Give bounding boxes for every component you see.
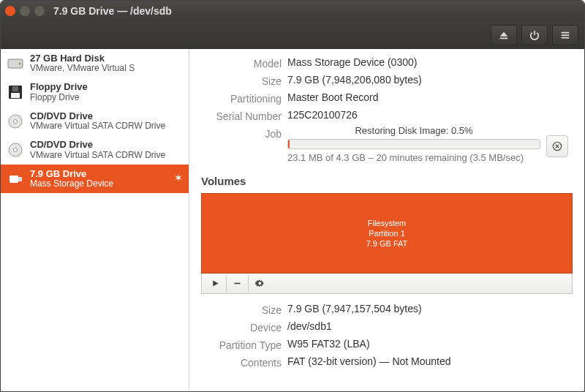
eject-icon: [499, 30, 509, 40]
svg-rect-12: [234, 283, 240, 284]
optical-icon: [7, 141, 24, 159]
drive-title: 7.9 GB Drive: [30, 169, 113, 179]
job-status: 23.1 MB of 4.3 GB – 20 minutes remaining…: [287, 152, 540, 163]
power-icon: [529, 30, 540, 40]
usb-icon: [7, 170, 24, 188]
volume-fs-label: Filesystem: [368, 218, 407, 228]
cancel-job-button[interactable]: [546, 135, 568, 157]
drive-title: 27 GB Hard Disk: [30, 53, 135, 64]
value-serial: 125C20100726: [287, 109, 573, 121]
volume-toolbar: [201, 274, 573, 294]
drive-title: Floppy Drive: [30, 82, 88, 92]
value-size: 7.9 GB (7,948,206,080 bytes): [287, 74, 573, 86]
cancel-icon: [552, 141, 562, 151]
svg-point-1: [19, 62, 21, 64]
value-ptype: W95 FAT32 (LBA): [287, 338, 573, 351]
window-title: 7.9 GB Drive — /dev/sdb: [53, 5, 172, 17]
mount-button[interactable]: [205, 275, 227, 293]
window-minimize-button[interactable]: [20, 6, 30, 16]
titlebar: 7.9 GB Drive — /dev/sdb: [1, 1, 584, 21]
drive-list-item-optical-1[interactable]: CD/DVD Drive VMware Virtual SATA CDRW Dr…: [1, 107, 189, 135]
label-job: Job: [201, 127, 282, 140]
power-off-button[interactable]: [521, 25, 548, 45]
drive-list-item-usb[interactable]: 7.9 GB Drive Mass Storage Device ✶: [1, 165, 189, 193]
label-ptype: Partition Type: [201, 338, 282, 351]
eject-button[interactable]: [491, 25, 517, 45]
gear-icon: [255, 279, 265, 288]
job-area: Restoring Disk Image: 0.5% 23.1 MB of 4.…: [287, 127, 540, 163]
svg-point-6: [14, 119, 18, 123]
volume-partition-label: Partition 1: [369, 228, 405, 238]
label-size: Size: [201, 74, 282, 87]
drive-list-item-optical-2[interactable]: CD/DVD Drive VMware Virtual SATA CDRW Dr…: [1, 135, 189, 164]
disks-window: 7.9 GB Drive — /dev/sdb 27 GB Hard Disk …: [0, 0, 585, 392]
svg-rect-3: [11, 93, 20, 98]
drive-detail-pane: Model Mass Storage Device (0300) Size 7.…: [189, 49, 584, 391]
drive-subtitle: VMware Virtual SATA CDRW Drive: [30, 151, 165, 160]
volume-partition[interactable]: Filesystem Partition 1 7.9 GB FAT: [201, 193, 573, 274]
play-icon: [211, 279, 220, 288]
value-device: /dev/sdb1: [287, 320, 573, 333]
label-model: Model: [201, 56, 282, 69]
hdd-icon: [7, 55, 24, 72]
drive-subtitle: Mass Storage Device: [30, 179, 113, 189]
optical-icon: [7, 113, 24, 130]
partition-options-button[interactable]: [249, 275, 271, 293]
value-partitioning: Master Boot Record: [287, 91, 573, 103]
label-contents: Contents: [201, 355, 282, 369]
hamburger-icon: [560, 30, 570, 40]
value-model: Mass Storage Device (0300): [287, 56, 573, 68]
volumes-section-title: Volumes: [201, 175, 573, 187]
busy-icon: ✶: [174, 172, 183, 184]
volume-size-label: 7.9 GB FAT: [366, 238, 408, 249]
minus-icon: [233, 279, 242, 288]
drive-title: CD/DVD Drive: [30, 111, 165, 121]
header-toolbar: [1, 21, 584, 49]
value-contents: FAT (32-bit version) — Not Mounted: [287, 355, 573, 369]
drive-subtitle: VMware Virtual SATA CDRW Drive: [30, 121, 165, 131]
floppy-icon: [7, 83, 24, 101]
window-close-button[interactable]: [5, 6, 15, 16]
drive-subtitle: Floppy Drive: [30, 93, 88, 102]
svg-rect-9: [10, 176, 18, 183]
drive-list: 27 GB Hard Disk VMware, VMware Virtual S…: [1, 49, 189, 391]
svg-point-8: [14, 148, 18, 152]
job-progress-bar: [287, 139, 540, 149]
svg-rect-4: [12, 86, 18, 91]
value-vol-size: 7.9 GB (7,947,157,504 bytes): [287, 303, 573, 316]
drive-list-item-floppy[interactable]: Floppy Drive Floppy Drive: [1, 78, 189, 106]
drive-list-item-hdd[interactable]: 27 GB Hard Disk VMware, VMware Virtual S: [1, 49, 189, 78]
delete-partition-button[interactable]: [227, 275, 249, 293]
window-maximize-button[interactable]: [34, 6, 45, 16]
label-partitioning: Partitioning: [201, 91, 282, 105]
drive-subtitle: VMware, VMware Virtual S: [30, 64, 135, 73]
label-serial: Serial Number: [201, 109, 282, 122]
hamburger-menu-button[interactable]: [552, 25, 578, 45]
label-device: Device: [201, 320, 282, 333]
label-vol-size: Size: [201, 303, 282, 316]
drive-title: CD/DVD Drive: [30, 140, 165, 150]
svg-rect-10: [18, 177, 22, 181]
job-title: Restoring Disk Image: 0.5%: [287, 125, 540, 136]
